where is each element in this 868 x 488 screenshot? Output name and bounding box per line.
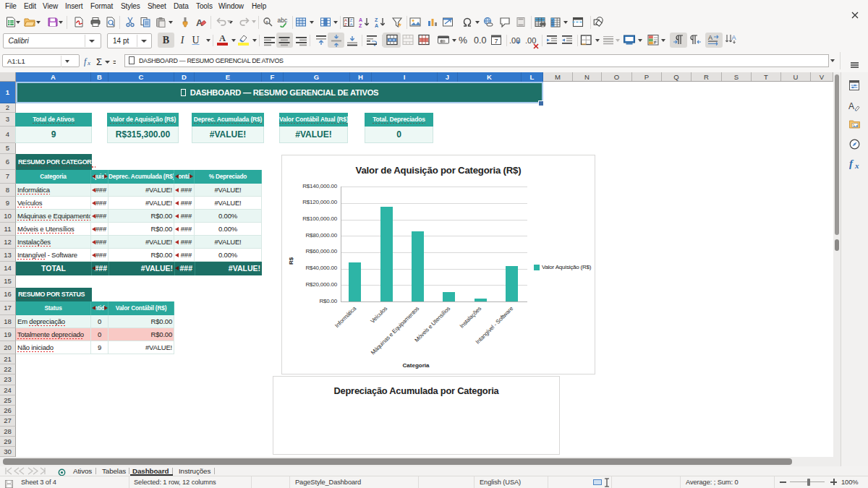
svg-text:Z: Z <box>359 23 362 28</box>
svg-text:x: x <box>87 59 90 67</box>
svg-text:A: A <box>350 22 353 27</box>
svg-text:Z: Z <box>344 22 347 27</box>
svg-text:a: a <box>265 20 268 24</box>
svg-text:A: A <box>708 34 712 41</box>
svg-text:A: A <box>375 23 378 28</box>
svg-text:A: A <box>848 101 854 111</box>
svg-text:≠: ≠ <box>654 40 657 45</box>
svg-text:abc: abc <box>278 17 288 24</box>
svg-text:Z: Z <box>375 17 378 22</box>
svg-text:x: x <box>854 161 859 170</box>
svg-text:A: A <box>732 34 736 41</box>
svg-text:7: 7 <box>495 38 498 45</box>
svg-text:f: f <box>849 158 854 169</box>
svg-text:A: A <box>359 17 362 22</box>
svg-text:Σ: Σ <box>96 56 102 67</box>
svg-text:=: = <box>113 56 116 67</box>
